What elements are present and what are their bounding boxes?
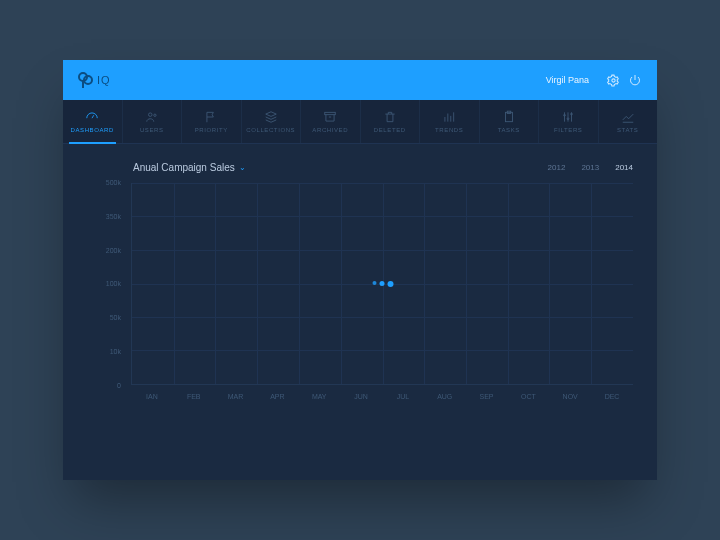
y-tick: 200k bbox=[87, 247, 127, 254]
tab-label: COLLECTIONS bbox=[246, 127, 295, 133]
tab-label: PRIORITY bbox=[195, 127, 228, 133]
svg-line-5 bbox=[92, 115, 94, 118]
tab-archived[interactable]: ARCHIVED bbox=[301, 100, 361, 143]
tab-label: DASHBOARD bbox=[71, 127, 114, 133]
tab-label: STATS bbox=[617, 127, 638, 133]
tab-label: DELETED bbox=[374, 127, 406, 133]
logo-mark-icon bbox=[77, 71, 95, 89]
tab-deleted[interactable]: DELETED bbox=[361, 100, 421, 143]
app-window: IQ Virgil Pana DASHBOARD USERS PRIORITY … bbox=[63, 60, 657, 480]
y-tick: 10k bbox=[87, 348, 127, 355]
settings-icon[interactable] bbox=[605, 72, 621, 88]
nav-tabs: DASHBOARD USERS PRIORITY COLLECTIONS ARC… bbox=[63, 100, 657, 144]
svg-point-3 bbox=[611, 78, 614, 81]
tab-label: ARCHIVED bbox=[312, 127, 348, 133]
year-option-2014[interactable]: 2014 bbox=[615, 163, 633, 172]
svg-point-7 bbox=[154, 114, 156, 116]
layers-icon bbox=[264, 110, 278, 124]
gauge-icon bbox=[85, 110, 99, 124]
chart-panel: Anual Campaign Sales ⌄ 2012 2013 2014 50… bbox=[63, 144, 657, 429]
tab-collections[interactable]: COLLECTIONS bbox=[242, 100, 302, 143]
x-tick: IAN bbox=[131, 393, 173, 400]
brand-name: IQ bbox=[97, 74, 111, 86]
clipboard-icon bbox=[502, 110, 516, 124]
y-axis: 500k 350k 200k 100k 50k 10k 0 bbox=[87, 179, 127, 389]
flag-icon bbox=[204, 110, 218, 124]
tab-label: FILTERS bbox=[554, 127, 582, 133]
brand-logo[interactable]: IQ bbox=[77, 71, 111, 89]
chart-title-text: Anual Campaign Sales bbox=[133, 162, 235, 173]
y-tick: 350k bbox=[87, 213, 127, 220]
tab-priority[interactable]: PRIORITY bbox=[182, 100, 242, 143]
x-tick: NOV bbox=[549, 393, 591, 400]
svg-point-6 bbox=[148, 113, 152, 117]
y-tick: 0 bbox=[87, 382, 127, 389]
svg-rect-8 bbox=[325, 112, 336, 114]
tab-stats[interactable]: STATS bbox=[599, 100, 658, 143]
power-icon[interactable] bbox=[627, 72, 643, 88]
tab-filters[interactable]: FILTERS bbox=[539, 100, 599, 143]
x-tick: AUG bbox=[424, 393, 466, 400]
year-option-2012[interactable]: 2012 bbox=[548, 163, 566, 172]
tab-users[interactable]: USERS bbox=[123, 100, 183, 143]
tab-label: TASKS bbox=[498, 127, 520, 133]
chart-title-dropdown[interactable]: Anual Campaign Sales ⌄ bbox=[133, 162, 246, 173]
x-tick: JUL bbox=[382, 393, 424, 400]
sliders-icon bbox=[561, 110, 575, 124]
x-tick: SEP bbox=[466, 393, 508, 400]
y-tick: 50k bbox=[87, 314, 127, 321]
chart-line-icon bbox=[621, 110, 635, 124]
plot-grid bbox=[131, 183, 633, 385]
loading-indicator bbox=[372, 281, 393, 287]
x-axis: IAN FEB MAR APR MAY JUN JUL AUG SEP OCT … bbox=[131, 393, 633, 400]
year-selector: 2012 2013 2014 bbox=[548, 163, 633, 172]
year-option-2013[interactable]: 2013 bbox=[581, 163, 599, 172]
x-tick: MAY bbox=[298, 393, 340, 400]
topbar: IQ Virgil Pana bbox=[63, 60, 657, 100]
chart-header: Anual Campaign Sales ⌄ 2012 2013 2014 bbox=[133, 162, 633, 173]
tab-tasks[interactable]: TASKS bbox=[480, 100, 540, 143]
tab-label: TRENDS bbox=[435, 127, 463, 133]
user-name[interactable]: Virgil Pana bbox=[546, 75, 589, 85]
y-tick: 500k bbox=[87, 179, 127, 186]
x-tick: FEB bbox=[173, 393, 215, 400]
tab-label: USERS bbox=[140, 127, 164, 133]
x-tick: JUN bbox=[340, 393, 382, 400]
chart-area: 500k 350k 200k 100k 50k 10k 0 bbox=[87, 179, 633, 419]
bars-icon bbox=[442, 110, 456, 124]
x-tick: OCT bbox=[507, 393, 549, 400]
tab-dashboard[interactable]: DASHBOARD bbox=[63, 100, 123, 143]
x-tick: MAR bbox=[215, 393, 257, 400]
y-tick: 100k bbox=[87, 280, 127, 287]
x-tick: APR bbox=[256, 393, 298, 400]
tab-trends[interactable]: TRENDS bbox=[420, 100, 480, 143]
archive-icon bbox=[323, 110, 337, 124]
chevron-down-icon: ⌄ bbox=[239, 163, 246, 172]
x-tick: DEC bbox=[591, 393, 633, 400]
users-icon bbox=[145, 110, 159, 124]
trash-icon bbox=[383, 110, 397, 124]
